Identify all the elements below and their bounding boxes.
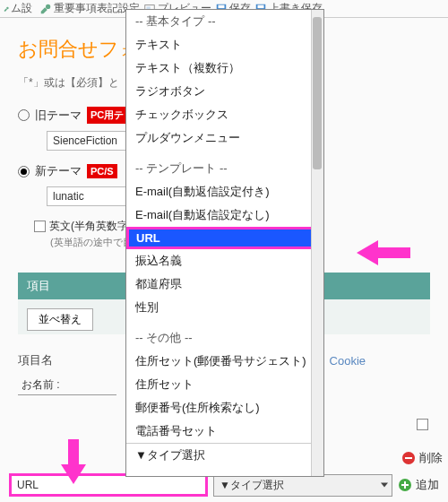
dropdown-item[interactable]: テキスト（複数行） — [126, 56, 323, 80]
dropdown-item[interactable]: 都道府県 — [126, 273, 323, 296]
new-theme-radio[interactable] — [18, 166, 30, 177]
svg-rect-12 — [401, 484, 409, 486]
wrench-icon — [39, 3, 52, 15]
item-name-value[interactable]: お名前 : — [18, 376, 116, 395]
type-dropdown[interactable]: -- 基本タイプ --テキストテキスト（複数行）ラジオボタンチェックボックスプル… — [125, 9, 324, 477]
add-icon — [398, 478, 412, 492]
old-theme-label: 旧テーマ — [35, 108, 82, 124]
dropdown-item[interactable]: -- 基本タイプ -- — [126, 10, 323, 33]
sort-button[interactable]: 並べ替え — [27, 308, 93, 331]
toolbar-form-settings[interactable]: ォーム設定 — [4, 0, 36, 18]
svg-marker-14 — [61, 439, 86, 484]
svg-point-0 — [6, 7, 8, 9]
dropdown-item[interactable]: 郵便番号(住所検索なし) — [126, 396, 323, 420]
wrench-icon — [4, 3, 9, 15]
dropdown-scrollbar[interactable] — [311, 10, 323, 476]
english-checkbox[interactable] — [34, 221, 46, 232]
cookie-label: Cookie — [330, 354, 366, 368]
svg-rect-9 — [405, 457, 412, 459]
svg-rect-5 — [219, 4, 225, 8]
dropdown-item[interactable]: ▼タイプ選択 — [126, 443, 323, 467]
dropdown-item[interactable]: ラジオボタン — [126, 80, 323, 103]
item-name-label: 項目名 — [18, 352, 66, 368]
dropdown-item — [126, 150, 323, 157]
add-button[interactable]: 追加 — [398, 477, 439, 493]
new-theme-label: 新テーマ — [35, 163, 82, 179]
dropdown-item[interactable]: 電話番号セット — [126, 420, 323, 443]
dropdown-item[interactable]: 性別 — [126, 296, 323, 319]
old-theme-badge: PC用テ — [87, 107, 127, 124]
dropdown-item[interactable]: E-mail(自動返信設定付き) — [126, 180, 323, 203]
dropdown-item[interactable]: プルダウンメニュー — [126, 126, 323, 150]
dropdown-item — [126, 319, 323, 326]
toolbar-label: ォーム設定 — [11, 0, 36, 18]
new-theme-badge: PC/S — [87, 164, 117, 178]
dropdown-item[interactable]: 住所セット(郵便番号サジェスト) — [126, 350, 323, 373]
dropdown-item[interactable]: 振込名義 — [126, 249, 323, 273]
dropdown-item-selected[interactable]: URL — [126, 227, 323, 249]
dropdown-item[interactable]: E-mail(自動返信設定なし) — [126, 203, 323, 227]
dropdown-item[interactable]: 住所セット — [126, 373, 323, 396]
type-select[interactable]: ▼タイプ選択 — [213, 474, 392, 497]
delete-button[interactable]: 削除 — [401, 450, 443, 466]
delete-icon — [401, 451, 416, 465]
svg-rect-7 — [258, 4, 264, 8]
annotation-arrow-right — [357, 237, 410, 269]
svg-point-1 — [46, 4, 50, 8]
dropdown-item[interactable]: チェックボックス — [126, 103, 323, 126]
scroll-thumb[interactable] — [313, 17, 322, 169]
dropdown-item[interactable]: -- テンプレート -- — [126, 157, 323, 180]
dropdown-item[interactable]: テキスト — [126, 33, 323, 56]
cookie-checkbox[interactable] — [417, 419, 428, 430]
annotation-arrow-down — [57, 439, 90, 484]
old-theme-radio[interactable] — [18, 109, 30, 121]
english-checkbox-label: 英文(半角英数字) — [49, 219, 132, 234]
svg-marker-13 — [357, 240, 410, 265]
dropdown-item[interactable]: -- その他 -- — [126, 326, 323, 350]
